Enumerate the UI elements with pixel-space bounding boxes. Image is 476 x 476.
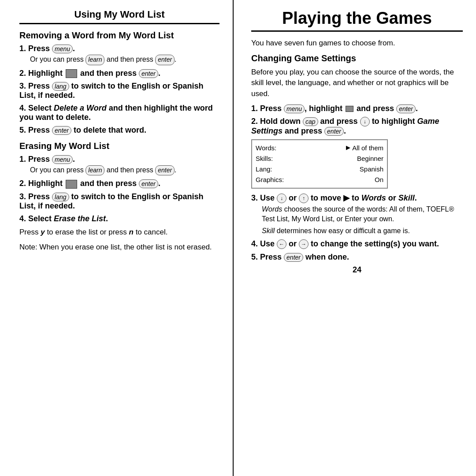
right-divider [251, 30, 463, 32]
right-step4: 4. Use ← or → to change the setting(s) y… [251, 239, 463, 249]
s2-step1-label: 1. Press menu. [19, 155, 75, 164]
down-arrow-btn: ↓ [360, 117, 370, 126]
enter-key8: enter [284, 253, 303, 262]
step1-subtext: Or you can press learn and then press en… [30, 55, 219, 65]
right-step1: 1. Press menu, highlight and press enter… [251, 104, 463, 113]
step2-label: 2. Highlight and then press enter. [19, 69, 160, 78]
right-step5: 5. Press enter when done. [251, 253, 463, 262]
right-step2: 2. Hold down cap and press ↓ to highligh… [251, 117, 463, 136]
step5-label: 5. Press enter to delete that word. [19, 126, 146, 134]
screenshot-row-words: Words: All of them [256, 143, 383, 153]
screenshot-box: Words: All of them Skills: Beginner Lang… [251, 139, 388, 189]
learn-key: learn [86, 55, 104, 65]
right-step3: 3. Use ↓ or ↑ to move ▶ to Words or Skil… [251, 193, 463, 236]
screenshot-value-skills: Beginner [357, 153, 383, 164]
right-step1-label: 1. Press menu, highlight and press enter… [251, 104, 418, 113]
s2-step2-label: 2. Highlight and then press enter. [19, 179, 160, 188]
left-s2-step2: 2. Highlight and then press enter. [19, 179, 219, 188]
enter-key6: enter [396, 104, 416, 113]
s2-step1-subtext: Or you can press learn and then press en… [30, 165, 219, 176]
screenshot-row-graphics: Graphics: On [256, 175, 383, 185]
step4-label: 4. Select Delete a Word and then highlig… [19, 104, 213, 122]
intro-text: You have seven fun games to choose from. [251, 38, 463, 49]
erase-note2: Note: When you erase one list, the other… [19, 242, 219, 253]
lang-key: lang [52, 82, 69, 91]
left-s1-step1: 1. Press menu. Or you can press learn an… [19, 44, 219, 65]
icon-list2 [66, 180, 77, 189]
page: Using My Word List Removing a Word from … [0, 0, 476, 476]
enter-key3: enter [52, 126, 71, 135]
left-btn: ← [277, 239, 286, 249]
right-step2-label: 2. Hold down cap and press ↓ to highligh… [251, 117, 439, 135]
up-btn: ↑ [299, 193, 309, 203]
screenshot-label-words: Words: [256, 143, 276, 153]
right-step5-label: 5. Press enter when done. [251, 253, 349, 261]
screenshot-value-lang: Spanish [360, 164, 383, 175]
left-s1-step4: 4. Select Delete a Word and then highlig… [19, 104, 219, 122]
right-step3-words-desc: Words chooses the source of the words: A… [262, 205, 463, 224]
right-step4-label: 4. Use ← or → to change the setting(s) y… [251, 239, 439, 248]
s2-step3-label: 3. Press lang to switch to the English o… [19, 192, 204, 210]
right-step3-skill-desc: Skill determines how easy or difficult a… [262, 226, 463, 236]
menu-key: menu [52, 45, 73, 53]
enter-key5: enter [139, 179, 158, 188]
s2-step4-label: 4. Select Erase the List. [19, 214, 108, 223]
left-s2-step4: 4. Select Erase the List. [19, 214, 219, 223]
enter-key: enter [155, 55, 175, 65]
right-btn: → [299, 239, 309, 249]
left-s1-step2: 2. Highlight and then press enter. [19, 69, 219, 78]
page-number: 24 [251, 265, 463, 275]
screenshot-row-skills: Skills: Beginner [256, 153, 383, 164]
step3-label: 3. Press lang to switch to the English o… [19, 82, 204, 100]
enter-key2: enter [139, 69, 158, 78]
right-column: Playing the Games You have seven fun gam… [234, 0, 476, 476]
cap-key: cap [303, 117, 318, 126]
left-title: Using My Word List [19, 9, 219, 20]
right-section1-body: Before you play, you can choose the sour… [251, 67, 463, 100]
screenshot-value-words: All of them [346, 143, 383, 153]
screenshot-label-skills: Skills: [256, 153, 273, 164]
step-label: 1. Press menu. [19, 44, 75, 53]
left-s2-step1: 1. Press menu. Or you can press learn an… [19, 155, 219, 176]
icon-settings [346, 106, 353, 112]
section2-heading: Erasing My Word List [19, 141, 219, 151]
screenshot-row-lang: Lang: Spanish [256, 164, 383, 175]
right-step3-label: 3. Use ↓ or ↑ to move ▶ to Words or Skil… [251, 193, 417, 202]
section1-heading: Removing a Word from My Word List [19, 30, 219, 41]
left-s1-step3: 3. Press lang to switch to the English o… [19, 82, 219, 100]
enter-key7: enter [324, 127, 344, 136]
left-column: Using My Word List Removing a Word from … [0, 0, 234, 476]
left-divider [19, 23, 219, 24]
screenshot-label-lang: Lang: [256, 164, 272, 175]
right-section1-heading: Changing Game Settings [251, 53, 463, 63]
down-btn2: ↓ [277, 193, 286, 203]
erase-note1: Press y to erase the list or press n to … [19, 227, 219, 238]
screenshot-label-graphics: Graphics: [256, 175, 284, 185]
enter-key4: enter [155, 165, 175, 176]
screenshot-value-graphics: On [375, 175, 383, 185]
left-s2-step3: 3. Press lang to switch to the English o… [19, 192, 219, 211]
menu-key3: menu [284, 104, 305, 113]
learn-key2: learn [86, 165, 104, 176]
right-title: Playing the Games [251, 9, 463, 28]
icon-list [66, 69, 77, 78]
lang-key2: lang [52, 193, 69, 201]
menu-key2: menu [52, 155, 73, 164]
left-s1-step5: 5. Press enter to delete that word. [19, 126, 219, 135]
